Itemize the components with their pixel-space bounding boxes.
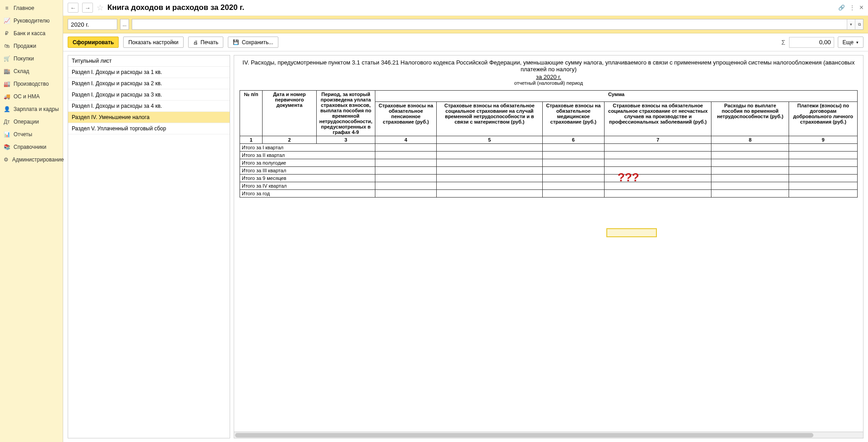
nav-label: Руководителю bbox=[14, 18, 50, 24]
col-pension: Страховые взносы на обязательное пенсион… bbox=[375, 101, 437, 136]
nav-reports[interactable]: 📊Отчеты bbox=[0, 128, 63, 141]
bag-icon: 🛍 bbox=[4, 43, 10, 49]
section-title-page[interactable]: Титульный лист bbox=[68, 55, 230, 67]
period-input[interactable] bbox=[68, 19, 117, 30]
save-icon: 💾 bbox=[233, 39, 239, 45]
table-row: Итого за полугодие bbox=[240, 159, 858, 167]
save-button[interactable]: 💾Сохранить... bbox=[228, 37, 278, 48]
nav-bank[interactable]: ₽Банк и касса bbox=[0, 27, 63, 40]
nav-refs[interactable]: 📚Справочники bbox=[0, 141, 63, 153]
settings-button[interactable]: Показать настройки bbox=[123, 37, 183, 48]
books-icon: 📚 bbox=[4, 144, 10, 150]
table-row: Итого за II квартал bbox=[240, 152, 858, 159]
nav-label: Главное bbox=[14, 5, 34, 11]
nav-sales[interactable]: 🛍Продажи bbox=[0, 40, 63, 52]
scrollbar-thumb[interactable] bbox=[235, 433, 813, 437]
chevron-down-icon[interactable]: ▾ bbox=[847, 19, 855, 29]
nav-label: Администрирование bbox=[12, 157, 64, 163]
print-button[interactable]: 🖨Печать bbox=[188, 37, 223, 48]
colnum-2: 2 bbox=[263, 136, 317, 144]
nav-admin[interactable]: ⚙Администрирование bbox=[0, 153, 63, 166]
nav-operations[interactable]: ДтОперации bbox=[0, 115, 63, 128]
nav-label: Производство bbox=[14, 81, 49, 87]
forward-button[interactable]: → bbox=[82, 3, 93, 13]
content: Титульный лист Раздел I. Доходы и расход… bbox=[63, 51, 868, 442]
report-subhead: отчетный (налоговый) период bbox=[240, 80, 858, 86]
nav-salary[interactable]: 👤Зарплата и кадры bbox=[0, 103, 63, 115]
ruble-icon: ₽ bbox=[4, 30, 10, 37]
org-input[interactable] bbox=[132, 19, 847, 29]
nav-production[interactable]: 🏭Производство bbox=[0, 78, 63, 90]
nav-warehouse[interactable]: 🏬Склад bbox=[0, 65, 63, 78]
col-doc: Дата и номер первичного документа bbox=[263, 91, 317, 136]
link-icon[interactable]: 🔗 bbox=[838, 5, 845, 11]
period-picker-button[interactable]: ... bbox=[120, 19, 129, 30]
back-button[interactable]: ← bbox=[68, 3, 78, 13]
close-icon[interactable]: × bbox=[859, 4, 863, 12]
sum-input[interactable] bbox=[789, 37, 834, 48]
nav-label: Отчеты bbox=[14, 131, 32, 138]
col-accident: Страховые взносы на обязательное социаль… bbox=[605, 101, 711, 136]
col-period: Период, за который произведена уплата ст… bbox=[317, 91, 375, 136]
chart-icon: 📈 bbox=[4, 18, 10, 24]
col-sum: Сумма bbox=[375, 91, 858, 102]
more-button[interactable]: Еще▾ bbox=[838, 37, 863, 48]
nav-label: Продажи bbox=[14, 43, 36, 49]
nav-label: Справочники bbox=[14, 144, 46, 150]
page-title: Книга доходов и расходов за 2020 г. bbox=[107, 3, 244, 12]
horizontal-scrollbar[interactable] bbox=[234, 432, 863, 438]
bars-icon: 📊 bbox=[4, 131, 10, 138]
report-period: за 2020 г. bbox=[240, 74, 858, 80]
toolbar: Сформировать Показать настройки 🖨Печать … bbox=[63, 33, 868, 51]
selection-highlight bbox=[606, 228, 657, 237]
col-medical: Страховые взносы на обязательное медицин… bbox=[542, 101, 605, 136]
colnum-9: 9 bbox=[789, 136, 858, 144]
colnum-5: 5 bbox=[437, 136, 542, 144]
cart-icon: 🛒 bbox=[4, 55, 10, 62]
colnum-4: 4 bbox=[375, 136, 437, 144]
sigma-icon: Σ bbox=[781, 39, 785, 46]
sidebar: ≡Главное 📈Руководителю ₽Банк и касса 🛍Пр… bbox=[0, 0, 63, 442]
truck-icon: 🚚 bbox=[4, 93, 10, 100]
nav-label: Зарплата и кадры bbox=[14, 106, 59, 112]
nav-assets[interactable]: 🚚ОС и НМА bbox=[0, 90, 63, 103]
form-button[interactable]: Сформировать bbox=[68, 37, 119, 48]
colnum-7: 7 bbox=[605, 136, 711, 144]
kebab-icon[interactable]: ⋮ bbox=[850, 5, 855, 11]
section-q2[interactable]: Раздел I. Доходы и расходы за 2 кв. bbox=[68, 78, 230, 89]
printer-icon: 🖨 bbox=[193, 40, 198, 45]
section-iv-tax-reduction[interactable]: Раздел IV. Уменьшение налога bbox=[68, 112, 230, 123]
org-combo[interactable]: ▾ ⧉ bbox=[132, 19, 863, 30]
colnum-8: 8 bbox=[711, 136, 789, 144]
factory-icon: 🏭 bbox=[4, 81, 10, 87]
colnum-3: 3 bbox=[317, 136, 375, 144]
col-benefit: Расходы по выплате пособия по временной … bbox=[711, 101, 789, 136]
star-icon[interactable]: ☆ bbox=[97, 3, 104, 13]
nav-label: Склад bbox=[14, 68, 29, 74]
section-v-trade-fee[interactable]: Раздел V. Уплаченный торговый сбор bbox=[68, 123, 230, 134]
nav-label: Покупки bbox=[14, 55, 34, 62]
section-q1[interactable]: Раздел I. Доходы и расходы за 1 кв. bbox=[68, 67, 230, 78]
table-row: Итого за год bbox=[240, 190, 858, 198]
nav-label: Банк и касса bbox=[14, 30, 46, 37]
main: ← → ☆ Книга доходов и расходов за 2020 г… bbox=[63, 0, 868, 442]
table-row: Итого за IV квартал bbox=[240, 182, 858, 190]
table-row: Итого за III квартал bbox=[240, 167, 858, 175]
warehouse-icon: 🏬 bbox=[4, 68, 10, 74]
colnum-6: 6 bbox=[542, 136, 605, 144]
nav-label: ОС и НМА bbox=[14, 93, 40, 100]
menu-icon: ≡ bbox=[4, 5, 10, 11]
report-table: № п/п Дата и номер первичного документа … bbox=[240, 90, 858, 198]
person-icon: 👤 bbox=[4, 106, 10, 112]
section-q3[interactable]: Раздел I. Доходы и расходы за 3 кв. bbox=[68, 89, 230, 101]
nav-main[interactable]: ≡Главное bbox=[0, 2, 63, 14]
nav-purchases[interactable]: 🛒Покупки bbox=[0, 52, 63, 65]
report-heading: IV. Расходы, предусмотренные пунктом 3.1… bbox=[240, 59, 858, 73]
colnum-1: 1 bbox=[240, 136, 263, 144]
section-q4[interactable]: Раздел I. Доходы и расходы за 4 кв. bbox=[68, 101, 230, 112]
titlebar: ← → ☆ Книга доходов и расходов за 2020 г… bbox=[63, 0, 868, 16]
nav-manager[interactable]: 📈Руководителю bbox=[0, 14, 63, 27]
report-panel[interactable]: IV. Расходы, предусмотренные пунктом 3.1… bbox=[234, 55, 863, 438]
popout-icon[interactable]: ⧉ bbox=[855, 19, 863, 29]
nav-label: Операции bbox=[14, 119, 39, 125]
